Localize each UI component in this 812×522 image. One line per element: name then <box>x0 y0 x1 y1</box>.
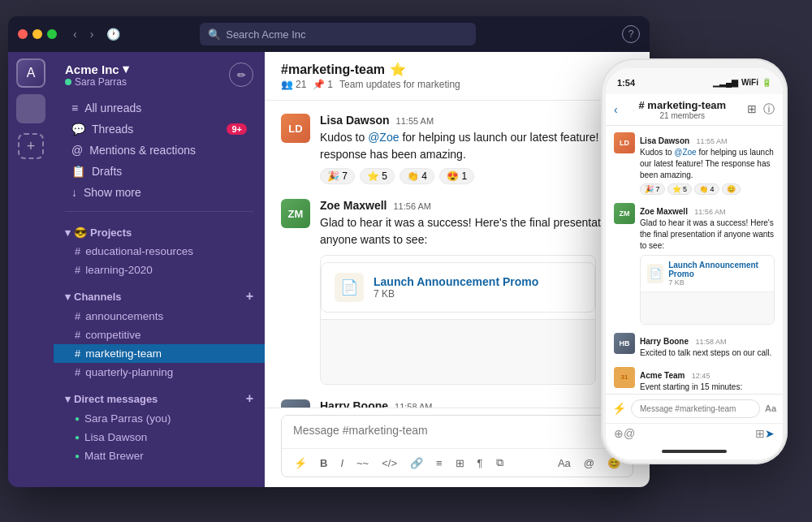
channel-meta: 👥 21 📌 1 Team updates for marketing <box>281 79 460 90</box>
mention-button[interactable]: @ <box>580 455 598 472</box>
sidebar-section-dms: ▾ Direct messages + ● Sara Parras (you) … <box>54 388 265 465</box>
history-button[interactable]: 🕐 <box>103 24 123 44</box>
strikethrough-button[interactable]: ~~ <box>352 455 373 472</box>
channel-item-competitive[interactable]: # competitive <box>54 326 265 344</box>
channel-item-announcements[interactable]: # announcements <box>54 307 265 326</box>
phone-msg-sender: Lisa Dawson <box>640 136 689 145</box>
dm-item-sara-parras[interactable]: ● Sara Parras (you) <box>54 409 265 428</box>
phone-channel-header: ‹ # marketing-team 21 members ⊞ ⓘ <box>606 94 783 126</box>
phone-lightning-icon[interactable]: ⚡ <box>612 402 626 415</box>
projects-section-header[interactable]: ▾ 😎 Projects <box>54 223 265 242</box>
phone-grid-icon[interactable]: ⊞ <box>747 102 757 117</box>
text-format-button[interactable]: Aa <box>554 455 575 472</box>
messages-area: LD Lisa Dawson 11:55 AM Kudos to @Zoe fo… <box>265 101 650 408</box>
phone-msg-time: 11:56 AM <box>694 208 725 216</box>
unordered-list-button[interactable]: ⊞ <box>451 455 469 472</box>
message-header: Harry Boone 11:58 AM <box>320 399 633 408</box>
search-bar[interactable]: 🔍 Search Acme Inc <box>200 23 476 45</box>
phone-msg-header: Acme Team 12:45 <box>640 367 775 382</box>
sidebar-item-show-more[interactable]: ↓ Show more <box>60 182 258 203</box>
phone-at-icon[interactable]: @ <box>624 427 635 440</box>
chevron-down-icon: ▾ <box>65 226 71 239</box>
channel-item-learning-2020[interactable]: # learning-2020 <box>54 261 265 279</box>
sidebar-item-mentions[interactable]: @ Mentions & reactions <box>60 140 258 161</box>
search-icon: 🔍 <box>208 28 221 41</box>
italic-button[interactable]: I <box>336 455 348 472</box>
minimize-button[interactable] <box>32 29 42 39</box>
ordered-list-button[interactable]: ≡ <box>432 455 447 472</box>
message-row: HB Harry Boone 11:58 AM Excited to talk … <box>281 399 633 408</box>
icon-column: A + <box>8 52 54 487</box>
sidebar-item-all-unreads[interactable]: ≡ All unreads <box>60 97 258 119</box>
drafts-icon: 📋 <box>71 165 85 178</box>
all-unreads-icon: ≡ <box>71 101 78 114</box>
file-size: 7 KB <box>374 288 538 300</box>
phone-message-input[interactable] <box>631 399 760 418</box>
avatar: HB <box>281 399 310 408</box>
sidebar-section-projects: ▾ 😎 Projects # educational-resources # l… <box>54 223 265 279</box>
phone-avatar: 31 <box>614 367 635 388</box>
channel-item-marketing-team[interactable]: # marketing-team <box>54 344 265 363</box>
message-header: Lisa Dawson 11:55 AM <box>320 114 633 127</box>
lightning-button[interactable]: ⚡ <box>290 455 311 472</box>
workspace-icon[interactable]: A <box>16 58 45 88</box>
sidebar-item-drafts[interactable]: 📋 Drafts <box>60 161 258 182</box>
reaction-button[interactable]: 🎉 7 <box>320 168 355 184</box>
phone-avatar: HB <box>614 333 635 354</box>
bold-button[interactable]: B <box>316 455 331 472</box>
dm-item-lisa-dawson[interactable]: ● Lisa Dawson <box>54 428 265 447</box>
phone-reaction[interactable]: ⭐ 5 <box>667 183 693 195</box>
phone-msg-header: Lisa Dawson 11:55 AM <box>640 132 775 147</box>
phone-file-card[interactable]: 📄 Launch Announcement Promo 7 KB <box>640 255 775 325</box>
phone-info-icon[interactable]: ⓘ <box>763 102 775 117</box>
channels-section-header[interactable]: ▾ Channels + <box>54 286 265 307</box>
phone-aa-icon[interactable]: Aa <box>765 403 776 413</box>
add-dm-button[interactable]: + <box>246 391 253 406</box>
dms-section-header[interactable]: ▾ Direct messages + <box>54 388 265 409</box>
phone-msg-body: Lisa Dawson 11:55 AM Kudos to @Zoe for h… <box>640 132 775 195</box>
workspace-name[interactable]: Acme Inc ▾ <box>65 62 129 76</box>
add-channel-button[interactable]: + <box>246 289 253 304</box>
phone-back-button[interactable]: ‹ <box>614 103 618 116</box>
phone-reaction[interactable]: 😊 <box>722 183 741 195</box>
paragraph-button[interactable]: ¶ <box>473 455 487 472</box>
message-input[interactable] <box>282 416 633 445</box>
link-button[interactable]: 🔗 <box>406 455 427 472</box>
channel-item-quarterly-planning[interactable]: # quarterly-planning <box>54 363 265 382</box>
forward-button[interactable]: › <box>87 24 97 44</box>
phone-avatar: LD <box>614 132 635 153</box>
dm-item-matt-brewer[interactable]: ● Matt Brewer <box>54 447 265 465</box>
message-sender: Zoe Maxwell <box>320 199 387 212</box>
second-workspace-icon[interactable] <box>16 94 45 123</box>
avatar: LD <box>281 114 310 143</box>
channel-item-educational-resources[interactable]: # educational-resources <box>54 242 265 261</box>
phone-msg-header: Zoe Maxwell 11:56 AM <box>640 203 775 218</box>
block-button[interactable]: ⧉ <box>492 454 508 472</box>
phone-msg-time: 11:58 AM <box>695 338 726 346</box>
phone-reaction[interactable]: 🎉 7 <box>640 183 665 195</box>
close-button[interactable] <box>18 29 28 39</box>
reaction-button[interactable]: ⭐ 5 <box>360 168 395 184</box>
file-name: Launch Announcement Promo <box>374 275 538 288</box>
code-button[interactable]: </> <box>378 455 401 472</box>
message-time: 11:56 AM <box>393 201 430 211</box>
phone-send-icon[interactable]: ➤ <box>765 427 775 440</box>
help-button[interactable]: ? <box>622 25 640 43</box>
phone-msg-sender: Harry Boone <box>640 337 689 346</box>
phone-attach-icon[interactable]: ⊕ <box>614 427 624 440</box>
fullscreen-button[interactable] <box>47 29 57 39</box>
compose-button[interactable]: ✏ <box>229 63 253 87</box>
file-preview <box>321 319 595 384</box>
reaction-button[interactable]: 😍 1 <box>439 168 474 184</box>
file-attachment[interactable]: 📄 Launch Announcement Promo 7 KB <box>320 255 596 385</box>
signal-icon: ▁▂▄▆ <box>713 78 738 87</box>
chevron-down-icon: ▾ <box>65 291 71 303</box>
reaction-button[interactable]: 👏 4 <box>400 168 434 184</box>
add-workspace-button[interactable]: + <box>18 133 44 159</box>
phone-reaction[interactable]: 👏 4 <box>694 183 719 195</box>
app-body: A + Acme Inc ▾ Sara Parras ✏ <box>8 52 650 487</box>
phone-home-bar <box>606 443 783 459</box>
back-button[interactable]: ‹ <box>70 24 80 44</box>
sidebar-item-threads[interactable]: 💬 Threads 9+ <box>60 119 258 140</box>
phone-grid2-icon[interactable]: ⊞ <box>755 427 765 440</box>
